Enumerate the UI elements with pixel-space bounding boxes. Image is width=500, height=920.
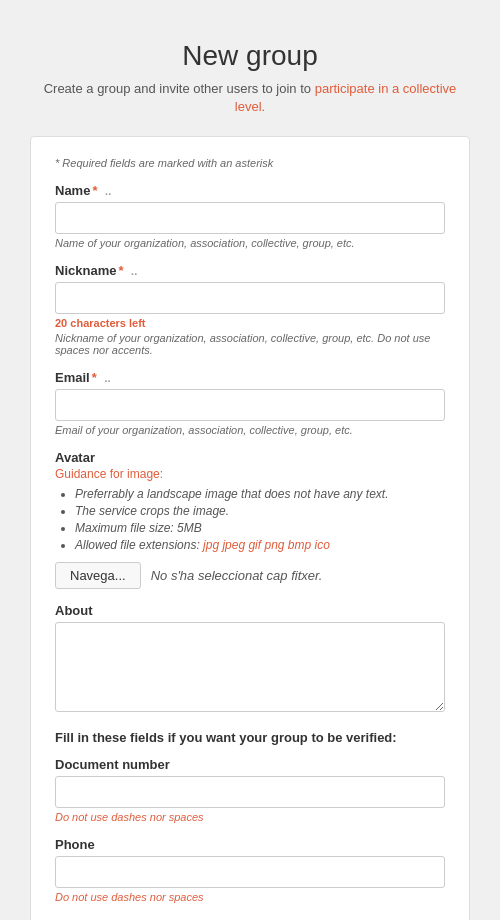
- nickname-input[interactable]: [55, 282, 445, 314]
- avatar-guidance-title: Guidance for image:: [55, 467, 445, 481]
- name-required-star: *: [92, 183, 97, 198]
- verification-group: Fill in these fields if you want your gr…: [55, 730, 445, 903]
- verification-title: Fill in these fields if you want your gr…: [55, 730, 445, 745]
- subtitle-text: Create a group and invite other users to…: [44, 81, 315, 96]
- avatar-guidance-item-3: Maximum file size: 5MB: [75, 521, 445, 535]
- email-group: Email* .. Email of your organization, as…: [55, 370, 445, 436]
- nickname-required-star: *: [118, 263, 123, 278]
- name-dots: ..: [105, 185, 111, 197]
- name-input[interactable]: [55, 202, 445, 234]
- browse-button[interactable]: Navega...: [55, 562, 141, 589]
- phone-hint: Do not use dashes nor spaces: [55, 891, 445, 903]
- email-hint: Email of your organization, association,…: [55, 424, 445, 436]
- nickname-label: Nickname* ..: [55, 263, 445, 278]
- document-number-label: Document number: [55, 757, 445, 772]
- phone-input[interactable]: [55, 856, 445, 888]
- page-title: New group: [30, 40, 470, 72]
- avatar-guidance-item-4: Allowed file extensions: jpg jpeg gif pn…: [75, 538, 445, 552]
- nickname-dots: ..: [131, 265, 137, 277]
- email-required-star: *: [92, 370, 97, 385]
- phone-label: Phone: [55, 837, 445, 852]
- name-group: Name* .. Name of your organization, asso…: [55, 183, 445, 249]
- nickname-group: Nickname* .. 20 characters left Nickname…: [55, 263, 445, 356]
- file-name-label: No s'ha seleccionat cap fitxer.: [151, 568, 323, 583]
- page-subtitle: Create a group and invite other users to…: [30, 80, 470, 116]
- about-textarea[interactable]: [55, 622, 445, 712]
- email-dots: ..: [104, 372, 110, 384]
- document-number-group: Document number Do not use dashes nor sp…: [55, 757, 445, 823]
- about-label: About: [55, 603, 445, 618]
- name-hint: Name of your organization, association, …: [55, 237, 445, 249]
- email-input[interactable]: [55, 389, 445, 421]
- phone-group: Phone Do not use dashes nor spaces: [55, 837, 445, 903]
- avatar-label: Avatar: [55, 450, 445, 465]
- document-number-hint: Do not use dashes nor spaces: [55, 811, 445, 823]
- avatar-guidance-list: Preferrably a landscape image that does …: [55, 487, 445, 552]
- name-label: Name* ..: [55, 183, 445, 198]
- file-upload-row: Navega... No s'ha seleccionat cap fitxer…: [55, 562, 445, 589]
- about-group: About: [55, 603, 445, 716]
- required-note: * Required fields are marked with an ast…: [55, 157, 445, 169]
- avatar-group: Avatar Guidance for image: Preferrably a…: [55, 450, 445, 589]
- email-label: Email* ..: [55, 370, 445, 385]
- chars-left: 20 characters left: [55, 317, 445, 329]
- avatar-guidance-item-1: Preferrably a landscape image that does …: [75, 487, 445, 501]
- form-card: * Required fields are marked with an ast…: [30, 136, 470, 920]
- avatar-guidance-item-2: The service crops the image.: [75, 504, 445, 518]
- nickname-hint: Nickname of your organization, associati…: [55, 332, 445, 356]
- document-number-input[interactable]: [55, 776, 445, 808]
